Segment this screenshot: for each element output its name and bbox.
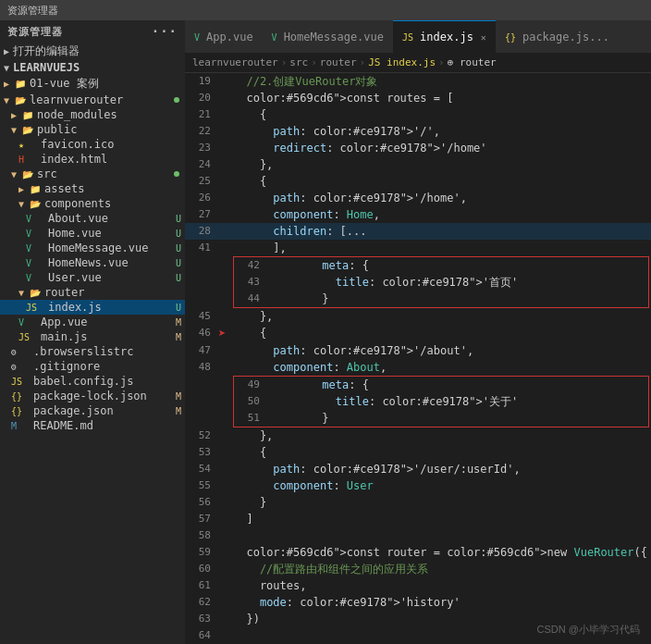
sidebar-open-editors[interactable]: ▶ 打开的编辑器 <box>0 43 185 60</box>
sidebar-item[interactable]: ▼ 📂 public <box>0 122 185 137</box>
breadcrumb-part4: JS index.js <box>368 56 436 68</box>
code-container: 19 //2.创建VueRouter对象20 color:#569cd6">co… <box>185 73 651 644</box>
line-number: 62 <box>185 594 218 611</box>
red-box-annotation: 49 meta: {50 title: color:#ce9178">'关于'5… <box>233 376 649 427</box>
code-line: 23 redirect: color:#ce9178">'/home' <box>185 140 651 156</box>
file-type-icon: ▶ 📁 <box>18 184 41 194</box>
sidebar-item[interactable]: V About.vue U <box>0 211 185 226</box>
line-content: color:#569cd6">const routes = [ <box>233 90 651 106</box>
sidebar-item[interactable]: V HomeNews.vue U <box>0 255 185 270</box>
tab-close-icon[interactable]: ✕ <box>481 32 486 43</box>
line-content: //2.创建VueRouter对象 <box>233 73 651 90</box>
sidebar-item[interactable]: {} package.json M <box>0 403 185 418</box>
sidebar-item[interactable]: H index.html <box>0 152 185 167</box>
file-badge: M <box>176 406 181 416</box>
file-badge: M <box>176 332 181 342</box>
sidebar-item[interactable]: ▶ 📁 assets <box>0 181 185 196</box>
sidebar-item[interactable]: JS main.js M <box>0 329 185 344</box>
line-number: 28 <box>185 223 218 240</box>
line-content: { <box>233 106 651 123</box>
line-content: path: color:#ce9178">'/user/:userId', <box>233 461 651 477</box>
code-line: 50 title: color:#ce9178">'关于' <box>234 393 648 410</box>
editor-tab[interactable]: {} package.js... <box>496 20 619 53</box>
sidebar-item[interactable]: ▼ 📂 src <box>0 167 185 181</box>
code-line: 58 <box>185 527 651 544</box>
file-type-icon: V <box>18 317 37 328</box>
sidebar-item[interactable]: ⚙ .gitignore <box>0 359 185 374</box>
file-label: learnvuerouter <box>30 93 174 106</box>
line-number: 19 <box>185 73 218 90</box>
line-number: 46 <box>185 325 218 341</box>
tab-type-icon: V <box>272 32 277 43</box>
editor-tab[interactable]: V App.vue <box>185 20 263 53</box>
sidebar-item[interactable]: JS babel.config.js <box>0 374 185 389</box>
sidebar-item[interactable]: ▶ 📁 node_modules <box>0 107 185 122</box>
sidebar-item[interactable]: JS index.js U <box>0 300 185 315</box>
sidebar-item[interactable]: V HomeMessage.vue U <box>0 241 185 255</box>
tab-type-icon: {} <box>505 32 516 43</box>
arrow-icon: ➤ <box>218 326 226 341</box>
sidebar-item[interactable]: V Home.vue U <box>0 226 185 241</box>
sidebar-learnvuejs[interactable]: ▼ LEARNVUEJS <box>0 60 185 75</box>
sidebar-item[interactable]: ▼ 📂 components <box>0 196 185 211</box>
line-number: 26 <box>185 190 218 206</box>
file-type-icon: V <box>26 229 44 239</box>
sidebar-item[interactable]: V User.vue U <box>0 270 185 285</box>
code-line: 42 meta: { <box>234 257 648 274</box>
tab-label: App.vue <box>206 31 253 43</box>
file-label: Home.vue <box>48 227 176 240</box>
line-number: 56 <box>185 494 218 511</box>
file-type-icon: V <box>26 258 44 268</box>
file-type-icon: ⚙ <box>11 347 30 357</box>
code-line: 54 path: color:#ce9178">'/user/:userId', <box>185 461 651 477</box>
file-label: .gitignore <box>33 360 185 373</box>
file-type-icon: JS <box>26 303 44 313</box>
breadcrumb-part1: learnvuerouter <box>192 56 278 68</box>
code-line: 19 //2.创建VueRouter对象 <box>185 73 651 90</box>
line-content: { <box>233 173 651 190</box>
code-line: 64 <box>185 627 651 644</box>
sidebar-item[interactable]: M README.md <box>0 418 185 433</box>
line-content: } <box>282 291 648 307</box>
sidebar-menu-icon[interactable]: ··· <box>152 24 178 39</box>
file-label: HomeMessage.vue <box>48 242 176 254</box>
sidebar-item[interactable]: {} package-lock.json M <box>0 389 185 403</box>
file-label: HomeNews.vue <box>48 256 176 269</box>
tabs-bar: V App.vue V HomeMessage.vue JS index.js … <box>185 20 651 53</box>
file-badge: U <box>176 258 181 268</box>
editor-tab[interactable]: JS index.js ✕ <box>393 20 496 53</box>
file-type-icon: ⚙ <box>11 362 30 372</box>
line-number: 57 <box>185 511 218 527</box>
line-number: 22 <box>185 123 218 140</box>
file-label: package.json <box>33 404 176 417</box>
code-line: 22 path: color:#ce9178">'/', <box>185 123 651 140</box>
line-number: 24 <box>185 156 218 173</box>
sidebar-item[interactable]: ⚙ .browserslistrc <box>0 344 185 359</box>
line-content: path: color:#ce9178">'/home', <box>233 190 651 206</box>
file-label: App.vue <box>41 316 176 328</box>
sidebar: 资源管理器 ··· ▶ 打开的编辑器 ▼ LEARNVUEJS ▶ 📁 01-v… <box>0 20 185 644</box>
code-line: 52 }, <box>185 427 651 444</box>
line-content: component: User <box>233 477 651 494</box>
code-line: 51 } <box>234 410 648 427</box>
sidebar-item[interactable]: ▶ 📁 01-vue 案例 <box>0 75 185 93</box>
code-editor[interactable]: 19 //2.创建VueRouter对象20 color:#569cd6">co… <box>185 73 651 644</box>
chevron-down-icon: ▼ <box>4 63 9 73</box>
line-number: 61 <box>185 577 218 594</box>
sidebar-item[interactable]: ▼ 📂 learnvuerouter <box>0 93 185 107</box>
code-line: 44 } <box>234 291 648 307</box>
code-line: 21 { <box>185 106 651 123</box>
sidebar-item[interactable]: ▼ 📂 router <box>0 285 185 300</box>
file-type-icon: {} <box>11 391 30 402</box>
code-line: 24 }, <box>185 156 651 173</box>
sidebar-item[interactable]: V App.vue M <box>0 315 185 329</box>
line-content: title: color:#ce9178">'首页' <box>282 274 648 291</box>
line-content: routes, <box>233 577 651 594</box>
line-number: 60 <box>185 561 218 577</box>
file-badge: U <box>176 303 181 313</box>
editor-tab[interactable]: V HomeMessage.vue <box>263 20 393 53</box>
file-label: favicon.ico <box>41 138 185 151</box>
code-line: 41 ], <box>185 240 651 256</box>
code-line: 62 mode: color:#ce9178">'history' <box>185 594 651 611</box>
sidebar-item[interactable]: ★ favicon.ico <box>0 137 185 152</box>
